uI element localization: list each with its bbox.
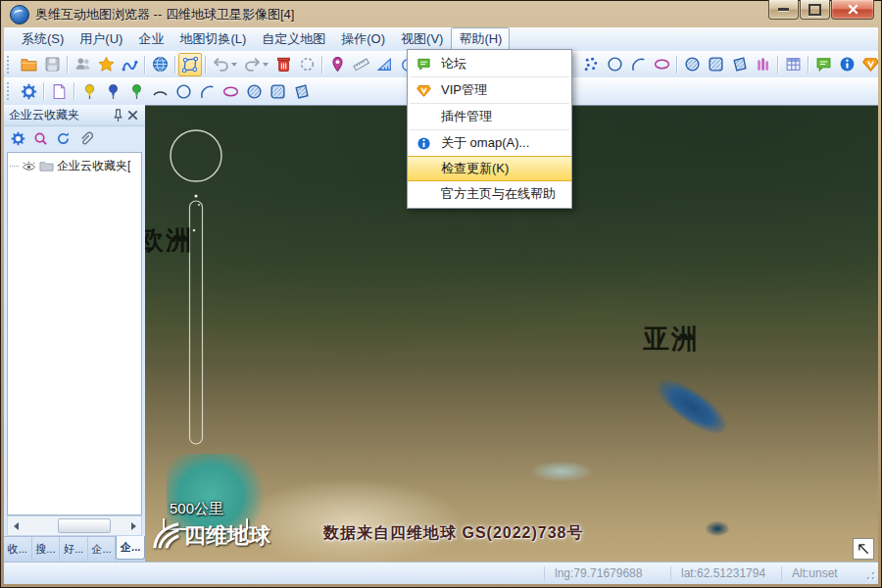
status-latitude: lat:62.51231794 <box>670 566 781 581</box>
vip-icon <box>415 83 432 98</box>
draw-ellipse-button[interactable] <box>219 79 242 103</box>
tab-favorites[interactable]: 收... <box>4 537 32 562</box>
visibility-eye-icon[interactable] <box>22 159 36 173</box>
delete-button[interactable] <box>271 53 295 76</box>
siwei-earth-logo-icon <box>153 522 180 550</box>
undo-button[interactable] <box>209 53 232 76</box>
route-track-button[interactable] <box>118 53 141 76</box>
tree-item-enterprise-favorites[interactable]: 企业云收藏夹[ <box>8 158 141 174</box>
tab-friends[interactable]: 好... <box>60 537 88 562</box>
globe-3d-button[interactable] <box>148 53 172 76</box>
fill-circle-button[interactable] <box>242 79 266 103</box>
draw-arc-button[interactable] <box>626 53 650 76</box>
redo-button[interactable] <box>240 53 264 76</box>
nw-arrow-icon <box>857 542 871 557</box>
menu-item-plugin-management[interactable]: 插件管理 <box>408 104 571 129</box>
app-logo-icon <box>10 5 29 24</box>
panel-close-button[interactable] <box>125 108 140 122</box>
menu-operation[interactable]: 操作(O) <box>333 27 393 51</box>
tree-branch <box>10 166 19 167</box>
resize-grip[interactable] <box>862 567 875 580</box>
forum-chat-button[interactable] <box>811 53 835 76</box>
favorite-star-button[interactable] <box>94 53 118 76</box>
bar-pillars-button[interactable] <box>751 53 774 76</box>
fill-rect-button[interactable] <box>704 53 727 76</box>
pushpin-green-button[interactable] <box>124 79 148 103</box>
settings-gear-button[interactable] <box>17 79 40 103</box>
toolbar-grip[interactable] <box>7 82 12 100</box>
toolbar-grip[interactable] <box>7 56 12 74</box>
location-pin-button[interactable] <box>325 53 349 76</box>
menu-item-official-homepage-help[interactable]: 官方主页与在线帮助 <box>408 181 571 207</box>
dashed-selection-button[interactable] <box>295 53 318 76</box>
draw-arc-button[interactable] <box>195 79 219 103</box>
menu-user[interactable]: 用户(U) <box>72 27 130 51</box>
menu-item-forum[interactable]: 论坛 <box>408 51 571 76</box>
favorites-tree: 企业云收藏夹[ <box>7 152 142 515</box>
sidebar-header: 企业云收藏夹 <box>4 105 145 126</box>
menu-item-vip-management[interactable]: VIP管理 <box>408 77 571 103</box>
pushpin-blue-button[interactable] <box>101 79 124 103</box>
draw-circle-button[interactable] <box>172 79 195 103</box>
users-button[interactable] <box>71 53 94 76</box>
tab-search[interactable]: 搜... <box>32 537 61 562</box>
menu-custom-map[interactable]: 自定义地图 <box>254 27 333 51</box>
about-info-button[interactable] <box>835 53 858 76</box>
minimize-button[interactable] <box>768 0 799 20</box>
scrollbar-track[interactable] <box>24 516 125 535</box>
redo-dropdown-icon[interactable] <box>263 63 269 67</box>
shape-edit-button[interactable] <box>178 53 202 76</box>
arc-flat-button[interactable] <box>148 79 172 103</box>
sidebar-tabs: 收... 搜... 好... 企... 企... <box>4 536 145 562</box>
maximize-icon <box>808 4 821 16</box>
menu-item-label: 论坛 <box>441 55 466 73</box>
menu-item-about-omap[interactable]: 关于 omap(A)... <box>408 130 571 156</box>
scatter-points-button[interactable] <box>579 53 603 76</box>
tab-enterprise[interactable]: 企... <box>88 537 117 562</box>
north-west-button[interactable] <box>853 538 874 560</box>
map-attribution: 数据来自四维地球 GS(2022)738号 <box>323 523 584 544</box>
open-folder-button[interactable] <box>17 53 40 76</box>
fill-polygon-button[interactable] <box>289 79 313 103</box>
draw-circle-button[interactable] <box>603 53 626 76</box>
attachment-button[interactable] <box>78 131 93 146</box>
menu-map-switch[interactable]: 地图切换(L) <box>172 27 254 51</box>
dock-pin-button[interactable] <box>111 108 125 122</box>
about-info-icon <box>415 136 432 151</box>
slope-measure-button[interactable] <box>372 53 396 76</box>
scrollbar-thumb[interactable] <box>58 518 111 533</box>
window-controls <box>768 0 874 20</box>
fill-circle-button[interactable] <box>680 53 704 76</box>
sidebar-toolbar <box>4 126 145 151</box>
menu-item-check-update[interactable]: 检查更新(K) <box>408 156 571 181</box>
fill-rect-button[interactable] <box>266 79 289 103</box>
menu-item-label: 插件管理 <box>441 108 492 125</box>
refresh-button[interactable] <box>56 131 71 146</box>
scroll-right-button[interactable] <box>125 517 141 534</box>
minimize-icon <box>778 8 789 11</box>
ruler-button[interactable] <box>349 53 372 76</box>
menu-enterprise[interactable]: 企业 <box>130 27 172 51</box>
menu-view[interactable]: 视图(V) <box>393 27 451 51</box>
menu-help[interactable]: 帮助(H) <box>451 27 510 51</box>
close-button[interactable] <box>831 0 874 20</box>
save-button[interactable] <box>40 53 64 76</box>
pushpin-yellow-button[interactable] <box>77 79 101 103</box>
menu-system[interactable]: 系统(S) <box>14 27 72 51</box>
vip-button[interactable] <box>858 53 878 76</box>
maximize-button[interactable] <box>800 0 830 20</box>
data-table-button[interactable] <box>781 53 805 76</box>
fill-polygon-button[interactable] <box>727 53 751 76</box>
folder-icon <box>39 159 54 173</box>
undo-dropdown-icon[interactable] <box>231 63 237 67</box>
left-arrow-icon <box>14 522 19 530</box>
separator <box>144 56 145 74</box>
window-title: 奥维互动地图浏览器 -- 四维地球卫星影像图[4] <box>35 6 294 24</box>
draw-ellipse-button[interactable] <box>650 53 673 76</box>
settings-gear-button[interactable] <box>11 131 25 146</box>
document-button[interactable] <box>47 79 71 103</box>
scroll-left-button[interactable] <box>8 517 24 534</box>
separator <box>205 56 206 74</box>
search-button[interactable] <box>33 131 48 146</box>
tab-enterprise-cloud[interactable]: 企... <box>116 536 145 560</box>
